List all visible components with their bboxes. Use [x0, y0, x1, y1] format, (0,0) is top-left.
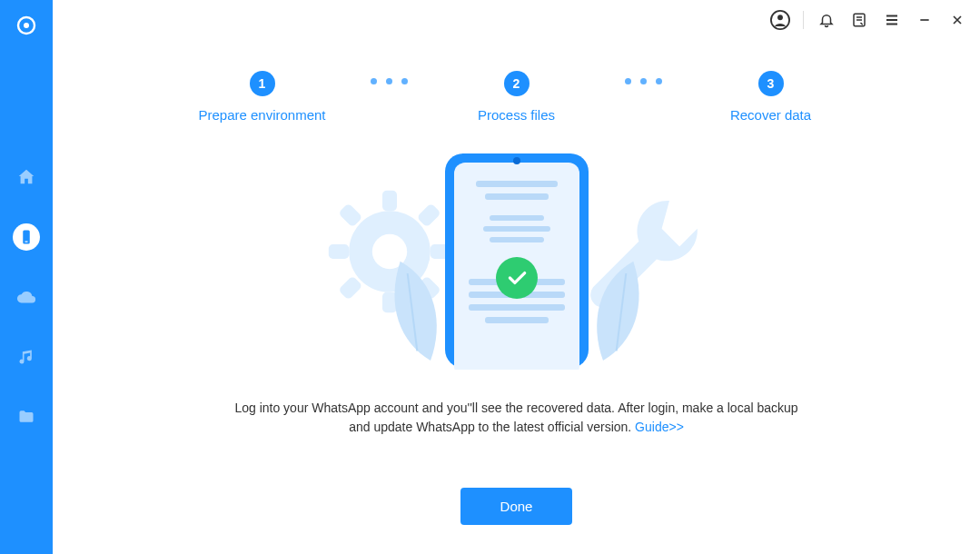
svg-rect-9: [382, 191, 397, 211]
svg-rect-13: [338, 203, 362, 227]
svg-rect-28: [485, 317, 549, 323]
svg-rect-15: [338, 275, 362, 300]
svg-rect-23: [483, 226, 550, 232]
success-illustration: [281, 152, 753, 361]
phone-icon: [18, 229, 35, 245]
step-dots: [362, 78, 417, 84]
step-recover: 3 Recover data: [671, 71, 871, 123]
step-process: 2 Process files: [417, 71, 617, 123]
step-badge-1: 1: [250, 71, 275, 96]
sidebar-item-home[interactable]: [0, 147, 53, 207]
music-icon: [17, 348, 35, 366]
titlebar: [53, 0, 980, 40]
cloud-icon: [16, 287, 36, 307]
svg-rect-22: [490, 215, 544, 221]
bell-icon[interactable]: [817, 10, 836, 30]
sidebar-item-folder[interactable]: [0, 387, 53, 447]
sidebar-item-phone[interactable]: [0, 207, 53, 267]
divider: [803, 11, 804, 29]
progress-steps: 1 Prepare environment 2 Process files 3 …: [53, 71, 980, 123]
instruction-text: Log into your WhatsApp account and you''…: [226, 399, 807, 437]
step-label-3: Recover data: [730, 107, 811, 123]
minimize-button[interactable]: [915, 10, 935, 30]
step-label-1: Prepare environment: [198, 107, 325, 123]
success-check-icon: [496, 257, 538, 299]
content: 1 Prepare environment 2 Process files 3 …: [53, 40, 980, 554]
home-icon: [16, 167, 36, 187]
sidebar-item-cloud[interactable]: [0, 267, 53, 327]
guide-link[interactable]: Guide>>: [635, 420, 684, 434]
instruction-body: Log into your WhatsApp account and you''…: [234, 401, 797, 434]
close-button[interactable]: [947, 10, 967, 30]
sidebar-item-music[interactable]: [0, 327, 53, 387]
app-logo-icon: [14, 13, 39, 38]
svg-point-1: [24, 23, 29, 28]
step-dots: [617, 78, 671, 84]
account-icon[interactable]: [770, 10, 790, 30]
svg-rect-24: [490, 237, 544, 242]
svg-point-5: [777, 15, 783, 20]
svg-point-19: [513, 157, 520, 164]
step-prepare: 1 Prepare environment: [163, 71, 362, 123]
svg-rect-20: [476, 181, 558, 187]
svg-rect-21: [485, 193, 549, 200]
app-root: 1 Prepare environment 2 Process files 3 …: [0, 0, 980, 554]
svg-rect-27: [469, 304, 565, 311]
sidebar: [0, 0, 53, 554]
note-icon[interactable]: [849, 10, 869, 30]
menu-icon[interactable]: [882, 10, 902, 30]
step-label-2: Process files: [478, 107, 555, 123]
done-button[interactable]: Done: [460, 488, 573, 525]
step-badge-2: 2: [504, 71, 530, 96]
step-badge-3: 3: [758, 71, 784, 96]
main-area: 1 Prepare environment 2 Process files 3 …: [53, 0, 980, 554]
folder-icon: [17, 408, 35, 426]
svg-rect-14: [416, 203, 441, 227]
svg-rect-11: [328, 244, 348, 259]
svg-rect-3: [25, 242, 28, 242]
